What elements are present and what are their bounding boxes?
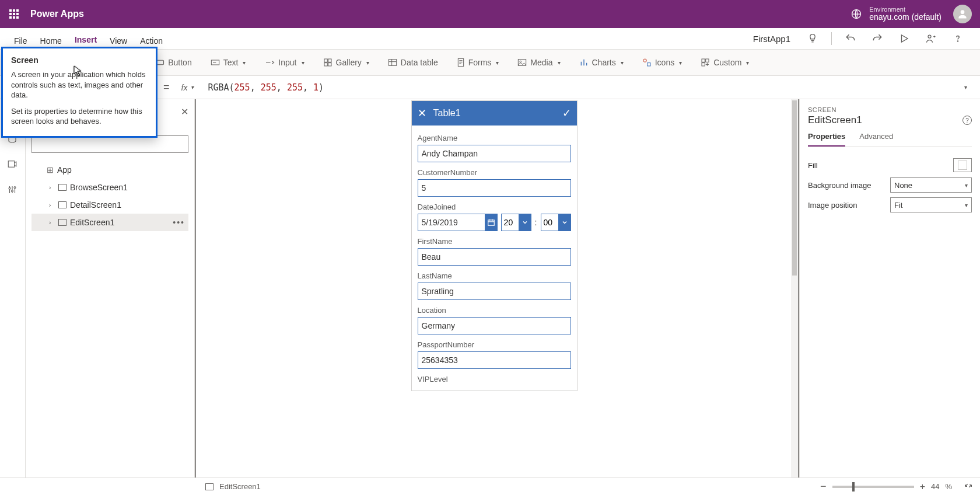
svg-point-15 — [520, 61, 522, 62]
svg-rect-11 — [328, 63, 331, 66]
svg-rect-14 — [519, 60, 526, 66]
help-icon[interactable] — [950, 30, 966, 47]
svg-rect-18 — [702, 59, 705, 62]
tab-properties[interactable]: Properties — [808, 132, 845, 147]
form-header: ✕ Table1 ✓ — [412, 101, 577, 126]
svg-point-28 — [11, 190, 13, 192]
undo-icon[interactable] — [842, 30, 859, 47]
tree-detail-screen[interactable]: › DetailScreen1 — [32, 196, 188, 214]
text-dropdown[interactable]: Text▾ — [202, 49, 254, 76]
user-avatar[interactable] — [953, 5, 972, 23]
environment-icon — [849, 7, 863, 21]
svg-point-1 — [961, 10, 965, 14]
zoom-slider[interactable] — [832, 486, 914, 488]
tree-app-node[interactable]: ⊞ App — [32, 161, 188, 179]
rail-media-icon[interactable] — [7, 159, 19, 170]
prop-bg-dropdown[interactable]: None▾ — [890, 177, 972, 193]
prop-fill-swatch[interactable] — [953, 158, 972, 172]
fit-to-screen-icon[interactable] — [964, 481, 973, 492]
label-lastname: LastName — [418, 271, 571, 280]
mouse-cursor-icon — [74, 65, 82, 79]
hour-select[interactable] — [501, 214, 531, 231]
share-icon[interactable] — [923, 30, 939, 47]
input-customernumber[interactable] — [418, 179, 571, 197]
custom-dropdown[interactable]: Custom▾ — [692, 49, 757, 76]
prop-imgpos-label: Image position — [808, 201, 890, 210]
form-cancel-icon[interactable]: ✕ — [418, 107, 426, 120]
edit-form[interactable]: ✕ Table1 ✓ AgentName CustomerNumber Date… — [411, 100, 578, 391]
svg-rect-10 — [324, 63, 327, 66]
svg-rect-26 — [8, 161, 15, 168]
media-dropdown[interactable]: Media▾ — [509, 49, 568, 76]
tree-search-input[interactable] — [32, 135, 188, 153]
svg-rect-17 — [647, 63, 650, 66]
svg-point-2 — [928, 35, 931, 38]
tree-edit-screen[interactable]: › EditScreen1 ••• — [32, 214, 188, 231]
forms-dropdown[interactable]: Forms▾ — [449, 49, 508, 76]
formula-input[interactable]: RGBA(255, 255, 255, 1) — [202, 82, 954, 93]
screen-icon — [58, 219, 66, 226]
svg-point-29 — [14, 187, 16, 189]
prop-imgpos-dropdown[interactable]: Fit▾ — [890, 197, 972, 212]
close-panel-icon[interactable]: ✕ — [181, 106, 188, 117]
input-location[interactable] — [418, 317, 571, 334]
input-lastname[interactable] — [418, 283, 571, 300]
canvas-scrollbar[interactable] — [791, 99, 798, 477]
info-icon[interactable]: ? — [963, 116, 972, 125]
input-agentname[interactable] — [418, 145, 571, 162]
svg-rect-12 — [388, 60, 396, 66]
redo-icon[interactable] — [869, 30, 886, 47]
input-dropdown[interactable]: Input▾ — [256, 49, 312, 76]
fx-label[interactable]: fx▾ — [179, 83, 197, 92]
form-body: AgentName CustomerNumber DateJoined — [412, 126, 577, 391]
label-customernumber: CustomerNumber — [418, 168, 571, 177]
form-title: Table1 — [433, 108, 555, 118]
svg-point-16 — [643, 59, 646, 62]
tab-advanced[interactable]: Advanced — [859, 132, 893, 147]
input-passport[interactable] — [418, 351, 571, 369]
chevron-right-icon: › — [49, 202, 55, 208]
prop-bg-label: Background image — [808, 181, 890, 190]
equals-label: = — [160, 81, 173, 93]
svg-rect-8 — [324, 59, 327, 62]
svg-point-3 — [957, 41, 958, 41]
icons-dropdown[interactable]: Icons▾ — [634, 49, 690, 76]
svg-rect-19 — [706, 59, 709, 62]
brand-title: Power Apps — [30, 9, 84, 19]
rail-advanced-icon[interactable] — [7, 184, 19, 196]
more-icon[interactable]: ••• — [173, 218, 188, 227]
play-icon[interactable] — [896, 30, 912, 47]
app-checker-icon[interactable] — [804, 30, 821, 47]
minute-select[interactable] — [541, 214, 571, 231]
properties-panel: SCREEN EditScreen1 ? Properties Advanced… — [799, 99, 980, 477]
props-title: EditScreen1 — [808, 114, 862, 126]
svg-rect-9 — [328, 59, 331, 62]
calendar-icon[interactable] — [485, 214, 498, 231]
props-kicker: SCREEN — [808, 106, 972, 113]
canvas-area: ✕ Table1 ✓ AgentName CustomerNumber Date… — [195, 99, 799, 477]
zoom-out-button[interactable]: − — [820, 480, 827, 493]
input-firstname[interactable] — [418, 248, 571, 266]
environment-selector[interactable]: Environment enayu.com (default) — [849, 6, 942, 22]
chevron-right-icon: › — [49, 219, 55, 226]
workspace: ✕ ⊞ App › BrowseScreen1 › DetailScreen1 … — [0, 99, 980, 477]
gallery-dropdown[interactable]: Gallery▾ — [315, 49, 377, 76]
label-agentname: AgentName — [418, 134, 571, 142]
tree-browse-screen[interactable]: › BrowseScreen1 — [32, 179, 188, 196]
zoom-in-button[interactable]: + — [920, 482, 925, 492]
svg-rect-20 — [702, 63, 705, 66]
waffle-icon[interactable] — [5, 5, 23, 23]
form-submit-icon[interactable]: ✓ — [562, 107, 571, 120]
status-bar: EditScreen1 − + 44 % — [0, 477, 980, 495]
canvas-screen[interactable]: ✕ Table1 ✓ AgentName CustomerNumber Date… — [196, 99, 792, 477]
screen-tooltip: Screen A screen in your application whic… — [1, 47, 158, 138]
app-file-name[interactable]: FirstApp1 — [753, 34, 790, 44]
label-viplevel: VIPLevel — [418, 375, 571, 384]
charts-dropdown[interactable]: Charts▾ — [571, 49, 632, 76]
label-location: Location — [418, 306, 571, 315]
formula-expand-icon[interactable]: ▾ — [960, 84, 972, 90]
chevron-down-icon — [558, 214, 571, 231]
data-table-button[interactable]: Data table — [380, 49, 446, 76]
environment-name: enayu.com (default) — [869, 13, 942, 22]
tree-view-panel: ✕ ⊞ App › BrowseScreen1 › DetailScreen1 … — [26, 99, 195, 477]
